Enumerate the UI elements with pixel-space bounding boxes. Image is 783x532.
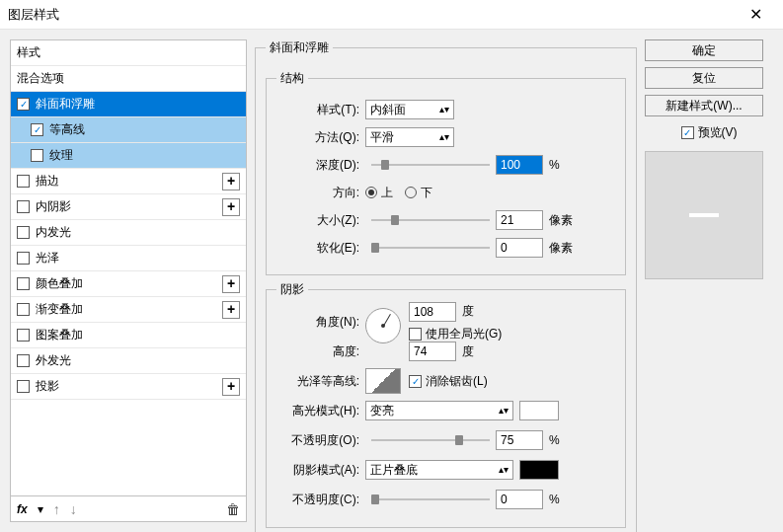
styles-header-row[interactable]: 样式: [11, 40, 246, 66]
gradient-overlay-add-icon[interactable]: +: [222, 301, 240, 319]
angle-dial[interactable]: [365, 308, 401, 343]
soften-row: 软化(E): 像素: [276, 235, 615, 261]
altitude-label: 高度:: [276, 343, 365, 360]
satin-label: 光泽: [36, 250, 240, 266]
direction-up-radio[interactable]: 上: [365, 185, 393, 201]
direction-row: 方向: 上 下: [276, 180, 615, 205]
texture-checkbox[interactable]: [31, 149, 43, 162]
bevel-checkbox[interactable]: [17, 98, 30, 111]
move-up-icon[interactable]: ↑: [53, 501, 60, 517]
inner-glow-label: 内发光: [36, 224, 240, 241]
inner-shadow-add-icon[interactable]: +: [222, 198, 240, 216]
blend-options-label: 混合选项: [17, 70, 240, 87]
soften-slider[interactable]: [371, 247, 490, 249]
depth-input[interactable]: [496, 155, 543, 175]
depth-slider[interactable]: [371, 164, 490, 166]
shadow-mode-row: 阴影模式(A): 正片叠底 ▴▾: [276, 456, 615, 484]
drop-shadow-add-icon[interactable]: +: [222, 378, 240, 396]
outer-glow-checkbox[interactable]: [17, 354, 30, 367]
inner-shadow-checkbox[interactable]: [17, 200, 30, 213]
direction-down-radio[interactable]: 下: [405, 185, 432, 201]
style-value: 内斜面: [370, 102, 406, 118]
global-light-checkbox[interactable]: 使用全局光(G): [409, 326, 502, 342]
slider-thumb-icon[interactable]: [381, 160, 389, 170]
size-slider[interactable]: [371, 219, 490, 221]
shading-group: 阴影 角度(N): 度 使用全局光(G): [266, 281, 626, 528]
gradient-overlay-row[interactable]: 渐变叠加 +: [11, 297, 246, 323]
altitude-row: 高度: 度: [276, 338, 615, 365]
style-select[interactable]: 内斜面 ▴▾: [365, 100, 454, 119]
texture-label: 纹理: [49, 147, 240, 164]
antialias-checkbox[interactable]: 消除锯齿(L): [409, 373, 488, 390]
preview-thumbnail: [645, 151, 763, 279]
styles-header-label: 样式: [17, 44, 240, 61]
shadow-opacity-input[interactable]: [496, 490, 543, 509]
stroke-add-icon[interactable]: +: [222, 173, 240, 190]
gradient-overlay-checkbox[interactable]: [17, 303, 30, 316]
contour-checkbox[interactable]: [31, 123, 43, 136]
size-row: 大小(Z): 像素: [276, 207, 615, 233]
new-style-button[interactable]: 新建样式(W)...: [645, 95, 763, 116]
color-overlay-label: 颜色叠加: [36, 275, 222, 292]
color-overlay-row[interactable]: 颜色叠加 +: [11, 271, 246, 297]
method-select[interactable]: 平滑 ▴▾: [365, 127, 454, 147]
shadow-opacity-slider[interactable]: [371, 498, 490, 500]
slider-thumb-icon[interactable]: [455, 435, 463, 445]
inner-shadow-row[interactable]: 内阴影 +: [11, 194, 246, 220]
color-overlay-checkbox[interactable]: [17, 277, 30, 290]
fx-menu-button[interactable]: fx: [17, 502, 28, 516]
move-down-icon[interactable]: ↓: [70, 501, 77, 517]
bevel-group: 斜面和浮雕 结构 样式(T): 内斜面 ▴▾ 方法(Q): 平滑 ▴▾: [255, 39, 637, 532]
gloss-label: 光泽等高线:: [276, 373, 365, 390]
shadow-color-swatch[interactable]: [519, 460, 559, 480]
gloss-contour-picker[interactable]: [365, 368, 401, 394]
bevel-emboss-row[interactable]: 斜面和浮雕: [11, 92, 246, 117]
ok-button[interactable]: 确定: [645, 39, 763, 61]
preview-label: 预览(V): [698, 124, 738, 141]
texture-sub-row[interactable]: 纹理: [11, 143, 246, 169]
inner-glow-checkbox[interactable]: [17, 226, 30, 239]
pattern-overlay-row[interactable]: 图案叠加: [11, 323, 246, 348]
highlight-opacity-input[interactable]: [496, 430, 543, 450]
preview-mark-icon: [689, 213, 719, 217]
highlight-mode-value: 变亮: [370, 403, 394, 419]
highlight-opacity-slider[interactable]: [371, 439, 490, 441]
inner-glow-row[interactable]: 内发光: [11, 220, 246, 246]
outer-glow-row[interactable]: 外发光: [11, 348, 246, 374]
stroke-checkbox[interactable]: [17, 175, 30, 188]
angle-row: 角度(N): 度 使用全局光(G): [276, 308, 615, 336]
pattern-overlay-checkbox[interactable]: [17, 329, 30, 342]
shadow-mode-value: 正片叠底: [370, 462, 418, 479]
blend-options-row[interactable]: 混合选项: [11, 66, 246, 92]
satin-row[interactable]: 光泽: [11, 246, 246, 271]
soften-input[interactable]: [496, 238, 543, 258]
style-label: 样式(T):: [276, 102, 365, 118]
gloss-contour-row: 光泽等高线: 消除锯齿(L): [276, 367, 615, 395]
cancel-button[interactable]: 复位: [645, 67, 763, 89]
angle-input[interactable]: [409, 302, 456, 322]
drop-shadow-row[interactable]: 投影 +: [11, 374, 246, 400]
highlight-mode-select[interactable]: 变亮 ▴▾: [365, 401, 513, 420]
preview-checkbox[interactable]: 预览(V): [645, 124, 773, 141]
stroke-row[interactable]: 描边 +: [11, 169, 246, 194]
slider-thumb-icon[interactable]: [371, 243, 379, 253]
shadow-mode-select[interactable]: 正片叠底 ▴▾: [365, 460, 513, 480]
select-arrows-icon: ▴▾: [499, 466, 509, 474]
structure-legend: 结构: [276, 70, 308, 87]
titlebar: 图层样式 ✕: [0, 0, 783, 30]
depth-unit: %: [549, 158, 560, 172]
slider-thumb-icon[interactable]: [371, 494, 379, 504]
contour-sub-row[interactable]: 等高线: [11, 117, 246, 143]
method-label: 方法(Q):: [276, 129, 365, 146]
close-button[interactable]: ✕: [736, 1, 775, 29]
fx-menu-arrow-icon[interactable]: ▾: [38, 502, 43, 516]
size-input[interactable]: [496, 210, 543, 230]
color-overlay-add-icon[interactable]: +: [222, 275, 240, 293]
altitude-input[interactable]: [409, 342, 456, 361]
drop-shadow-checkbox[interactable]: [17, 380, 30, 393]
highlight-color-swatch[interactable]: [519, 401, 559, 420]
slider-thumb-icon[interactable]: [391, 215, 399, 225]
trash-icon[interactable]: 🗑: [226, 501, 240, 517]
satin-checkbox[interactable]: [17, 252, 30, 265]
depth-row: 深度(D): %: [276, 152, 615, 178]
